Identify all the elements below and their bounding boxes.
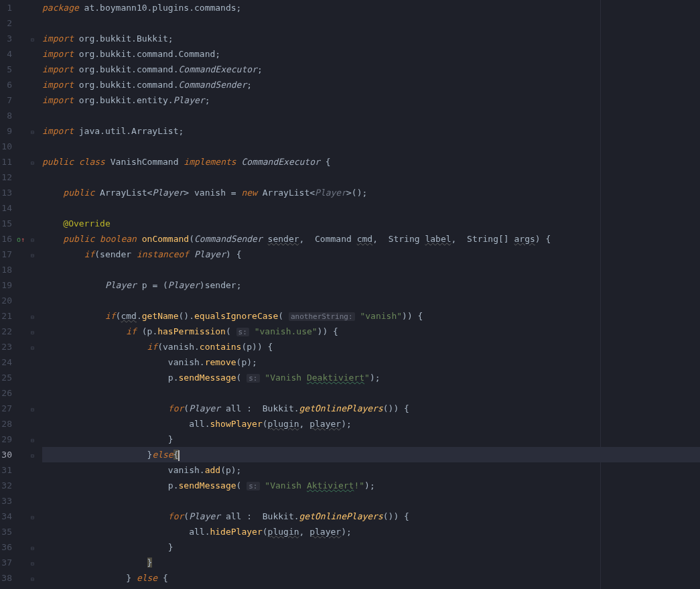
fold-icon[interactable]: ⊟ [31,448,34,464]
code-line[interactable]: if (p.hasPermission( s: "vanish.use")) { [42,324,700,339]
code-line[interactable]: package at.boymann10.plugins.commands; [42,0,700,15]
line-number[interactable]: 1 [0,0,12,15]
code-line[interactable]: public ArrayList<Player> vanish = new Ar… [42,185,700,200]
override-icon[interactable]: o↑ [17,232,25,248]
code-line[interactable]: import java.util.ArrayList; [42,123,700,139]
line-number[interactable]: 6 [0,77,12,92]
code-line[interactable]: for(Player all : Bukkit.getOnlinePlayers… [42,401,700,416]
line-number[interactable]: 2 [0,15,12,31]
fold-icon[interactable]: ⊟ [31,541,34,556]
line-number[interactable]: 36 [0,539,12,555]
line-number[interactable]: 22 [0,324,12,339]
code-line[interactable]: } [42,555,700,570]
line-number[interactable]: 33 [0,493,12,509]
code-line[interactable]: vanish.remove(p); [42,354,700,370]
code-line[interactable]: } [42,432,700,447]
fold-icon[interactable]: ⊟ [31,233,34,248]
fold-gutter[interactable]: ⊟ ⊟ ⊟ ⊟ ⊟ ⊟ ⊟ ⊟ ⊟ ⊟ ⊟ ⊟ ⊟ ⊟ ⊟ [30,0,40,589]
code-line[interactable]: }else{ [42,447,700,462]
line-number[interactable]: 28 [0,416,12,432]
fold-icon[interactable]: ⊟ [31,433,34,448]
line-number[interactable]: 5 [0,62,12,77]
code-line[interactable] [42,139,700,154]
code-line[interactable] [42,15,700,31]
line-number[interactable]: 27 [0,401,12,416]
line-number[interactable]: 21 [0,308,12,324]
line-number[interactable]: 15 [0,216,12,231]
code-line[interactable]: all.showPlayer(plugin, player); [42,416,700,432]
line-number[interactable]: 3 [0,31,12,46]
line-number[interactable]: 38 [0,570,12,586]
fold-icon[interactable]: ⊟ [31,556,34,572]
annotation-gutter: o↑ [15,0,30,589]
code-line[interactable]: all.hidePlayer(plugin, player); [42,524,700,539]
code-line[interactable]: import org.bukkit.command.CommandExecuto… [42,62,700,77]
code-line[interactable]: import org.bukkit.Bukkit; [42,31,700,46]
line-number[interactable]: 10 [0,139,12,154]
line-number[interactable]: 34 [0,509,12,524]
line-number[interactable]: 4 [0,46,12,62]
code-line[interactable]: if(vanish.contains(p)) { [42,339,700,354]
code-line[interactable] [42,170,700,185]
code-line[interactable]: p.sendMessage( s: "Vanish Aktiviert!"); [42,478,700,493]
code-line[interactable]: import org.bukkit.command.CommandSender; [42,77,700,92]
code-line[interactable]: public class VanishCommand implements Co… [42,154,700,170]
line-number[interactable]: 7 [0,92,12,108]
line-number[interactable]: 14 [0,200,12,216]
code-line[interactable]: Player p = (Player)sender; [42,277,700,293]
code-line[interactable]: } else { [42,570,700,586]
line-number[interactable]: 18 [0,262,12,277]
line-number[interactable]: 8 [0,108,12,123]
line-number[interactable]: 17 [0,247,12,262]
code-line[interactable]: public boolean onCommand(CommandSender s… [42,231,700,247]
fold-icon[interactable]: ⊟ [31,510,34,525]
code-line[interactable]: import org.bukkit.command.Command; [42,46,700,62]
code-line[interactable] [42,108,700,123]
fold-icon[interactable]: ⊟ [31,340,34,356]
line-number[interactable]: 24 [0,354,12,370]
fold-icon[interactable]: ⊟ [31,310,34,325]
code-line[interactable]: } [42,539,700,555]
code-line[interactable] [42,262,700,277]
code-line[interactable] [42,293,700,308]
code-line[interactable]: @Override [42,216,700,231]
code-line[interactable]: vanish.add(p); [42,462,700,478]
line-number[interactable]: 35 [0,524,12,539]
line-number[interactable]: 31 [0,462,12,478]
code-line[interactable]: if(sender instanceof Player) { [42,247,700,262]
code-line[interactable] [42,200,700,216]
code-line[interactable]: p.sendMessage( s: "Vanish Deaktiviert"); [42,370,700,385]
line-number[interactable]: 30 [0,447,12,462]
code-line[interactable]: if(cmd.getName().equalsIgnoreCase( anoth… [42,308,700,324]
line-number[interactable]: 25 [0,370,12,385]
code-line[interactable]: import org.bukkit.entity.Player; [42,92,700,108]
fold-icon[interactable]: ⊟ [31,572,34,587]
fold-icon[interactable]: ⊟ [31,32,34,48]
line-number[interactable]: 13 [0,185,12,200]
line-number[interactable]: 9 [0,123,12,139]
fold-icon[interactable]: ⊟ [31,155,34,171]
fold-icon[interactable]: ⊟ [31,125,34,140]
line-number[interactable]: 16 [0,231,12,247]
code-editor[interactable]: 1 2 3 4 5 6 7 8 9 10 11 12 13 14 15 16 1… [0,0,700,589]
fold-icon[interactable]: ⊟ [31,248,34,263]
line-number-gutter[interactable]: 1 2 3 4 5 6 7 8 9 10 11 12 13 14 15 16 1… [0,0,15,589]
line-number[interactable]: 29 [0,432,12,447]
code-line[interactable] [42,385,700,401]
line-number[interactable]: 32 [0,478,12,493]
fold-icon[interactable]: ⊟ [31,402,34,417]
line-number[interactable]: 20 [0,293,12,308]
text-caret [178,450,180,461]
line-number[interactable]: 12 [0,170,12,185]
line-number[interactable]: 19 [0,277,12,293]
fold-icon[interactable]: ⊟ [31,325,34,340]
line-number[interactable]: 11 [0,154,12,170]
line-number[interactable]: 23 [0,339,12,354]
code-line[interactable]: for(Player all : Bukkit.getOnlinePlayers… [42,509,700,524]
line-number[interactable]: 37 [0,555,12,570]
code-area[interactable]: package at.boymann10.plugins.commands; i… [40,0,700,589]
line-number[interactable]: 26 [0,385,12,401]
code-line[interactable] [42,493,700,509]
